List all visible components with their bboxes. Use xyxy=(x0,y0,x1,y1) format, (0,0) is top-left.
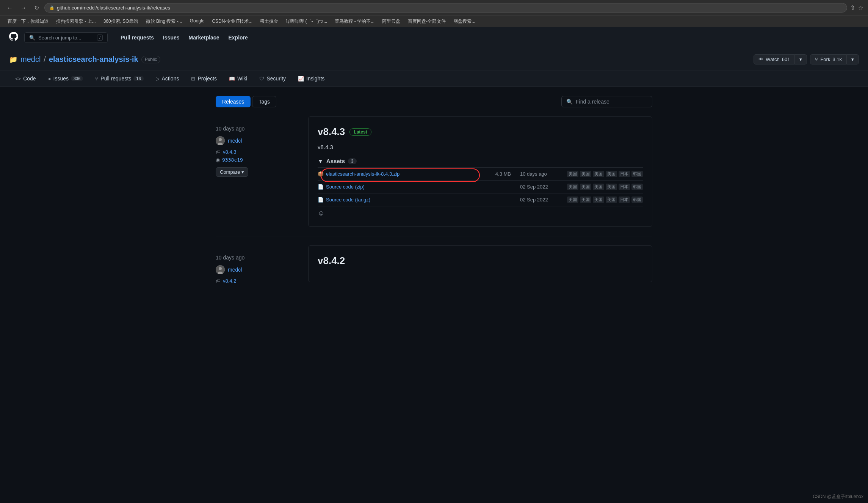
watch-dropdown[interactable]: ▾ xyxy=(795,54,807,64)
bookmark-10[interactable]: 百度网盘-全部文件 xyxy=(405,17,449,25)
tab-releases[interactable]: Releases xyxy=(216,96,251,107)
repo-owner[interactable]: medcl xyxy=(20,55,41,64)
back-button[interactable]: ← xyxy=(5,4,15,12)
github-logo[interactable] xyxy=(9,32,18,43)
github-header: 🔍 Search or jump to... / Pull requests I… xyxy=(0,27,868,48)
mirror-kr-2[interactable]: 韩国 xyxy=(631,184,643,190)
refresh-button[interactable]: ↻ xyxy=(32,3,41,12)
bookmark-5[interactable]: CSDN-专业IT技术... xyxy=(209,17,255,25)
fork-button[interactable]: ⑂ Fork 3.1k xyxy=(810,54,847,64)
release-version-1[interactable]: v8.4.3 xyxy=(318,126,345,138)
tab-actions[interactable]: ▷ Actions xyxy=(150,71,185,87)
mirror-jp-1[interactable]: 日本 xyxy=(619,171,630,177)
nav-pull-requests[interactable]: Pull requests xyxy=(117,32,158,43)
mirror-jp-2[interactable]: 日本 xyxy=(619,184,630,190)
repo-name[interactable]: elasticsearch-analysis-ik xyxy=(49,55,138,64)
mirror-us-11[interactable]: 美国 xyxy=(593,196,604,203)
assets-toggle-1[interactable]: ▼ Assets 3 xyxy=(318,158,643,164)
asset-mirrors-3: 美国 美国 美国 美国 日本 韩国 xyxy=(567,196,643,203)
mirror-us-4[interactable]: 美国 xyxy=(606,171,617,177)
asset-file-2[interactable]: 📄 Source code (zip) xyxy=(318,184,484,190)
mirror-us-1[interactable]: 美国 xyxy=(567,171,578,177)
release-author-1[interactable]: medcl xyxy=(216,136,293,145)
repo-title: 📁 medcl / elasticsearch-analysis-ik Publ… xyxy=(9,55,160,64)
zip-icon: 📦 xyxy=(318,171,324,177)
bookmark-7[interactable]: 哔哩哔哩 (゜-゜)つ... xyxy=(283,17,330,25)
projects-icon: ⊞ xyxy=(191,76,195,82)
releases-divider xyxy=(216,236,652,236)
mirror-us-5[interactable]: 美国 xyxy=(567,184,578,190)
nav-marketplace[interactable]: Marketplace xyxy=(185,32,223,43)
tab-tags[interactable]: Tags xyxy=(252,96,276,107)
emoji-button-1[interactable]: ☺ xyxy=(318,209,643,217)
watch-button[interactable]: 👁 Watch 601 xyxy=(754,54,795,64)
assets-table-1: 📦 elasticsearch-analysis-ik-8.4.3.zip 4.… xyxy=(318,167,643,206)
pr-icon: ⑂ xyxy=(95,76,98,82)
assets-count-1: 3 xyxy=(348,158,357,164)
asset-date-3: 02 Sep 2022 xyxy=(520,197,558,203)
find-release-input[interactable]: 🔍 Find a release xyxy=(561,96,652,107)
tab-pull-requests[interactable]: ⑂ Pull requests 16 xyxy=(89,71,149,87)
share-icon[interactable]: ⇧ xyxy=(850,4,855,11)
footer-credit: CSDN @蓝盒子itbluebox xyxy=(813,494,863,500)
release-tag-2[interactable]: v8.4.2 xyxy=(223,278,236,284)
mirror-us-7[interactable]: 美国 xyxy=(593,184,604,190)
release-row-2: 10 days ago medcl 🏷 v8.4.2 v8.4.2 xyxy=(216,245,652,291)
asset-file-1[interactable]: 📦 elasticsearch-analysis-ik-8.4.3.zip xyxy=(318,171,484,177)
eye-icon: 👁 xyxy=(758,57,763,62)
fork-dropdown[interactable]: ▾ xyxy=(847,54,859,64)
mirror-us-9[interactable]: 美国 xyxy=(567,196,578,203)
search-placeholder: Search or jump to... xyxy=(38,35,81,41)
forward-button[interactable]: → xyxy=(18,4,29,12)
tag-icon: 🏷 xyxy=(216,149,221,155)
bookmark-icon[interactable]: ☆ xyxy=(858,4,863,11)
search-input[interactable]: 🔍 Search or jump to... / xyxy=(24,32,108,43)
code-icon: <> xyxy=(15,76,21,82)
src-icon-2: 📄 xyxy=(318,197,324,203)
bookmark-11[interactable]: 网盘搜索... xyxy=(450,17,478,25)
bookmark-0[interactable]: 百度一下，你就知道 xyxy=(5,17,52,25)
tab-projects[interactable]: ⊞ Projects xyxy=(185,71,223,87)
release-tag-1[interactable]: v8.4.3 xyxy=(223,149,236,155)
asset-file-3[interactable]: 📄 Source code (tar.gz) xyxy=(318,197,484,203)
release-version-2[interactable]: v8.4.2 xyxy=(318,255,345,267)
watch-btn-group: 👁 Watch 601 ▾ xyxy=(754,54,807,64)
bookmark-8[interactable]: 菜鸟教程 - 学的不... xyxy=(332,17,378,25)
compare-button-1[interactable]: Compare ▾ xyxy=(216,167,248,177)
mirror-kr-1[interactable]: 韩国 xyxy=(631,171,643,177)
assets-section-1: ▼ Assets 3 📦 elasticsearch-analysis-ik-8… xyxy=(318,158,643,217)
bookmark-9[interactable]: 阿里云盘 xyxy=(379,17,403,25)
nav-issues[interactable]: Issues xyxy=(159,32,183,43)
release-sidebar-1: 10 days ago medcl 🏷 v8.4.3 ◉ 9338c19 xyxy=(216,116,299,236)
security-icon: 🛡 xyxy=(259,76,264,82)
mirror-us-8[interactable]: 美国 xyxy=(606,184,617,190)
fork-icon: ⑂ xyxy=(815,57,818,62)
asset-size-1: 4.3 MB xyxy=(484,171,511,177)
release-card-header-1: v8.4.3 Latest xyxy=(318,126,643,138)
mirror-us-12[interactable]: 美国 xyxy=(606,196,617,203)
tab-issues[interactable]: ● Issues 336 xyxy=(42,71,89,87)
mirror-us-2[interactable]: 美国 xyxy=(580,171,591,177)
mirror-us-10[interactable]: 美国 xyxy=(580,196,591,203)
bookmark-4[interactable]: Google xyxy=(187,17,208,25)
tab-insights[interactable]: 📈 Insights xyxy=(292,71,331,87)
tab-security[interactable]: 🛡 Security xyxy=(253,71,292,87)
url-bar[interactable]: 🔒 github.com/medcl/elasticsearch-analysi… xyxy=(44,3,847,13)
bookmark-1[interactable]: 搜狗搜索引擎 - 上... xyxy=(53,17,99,25)
tab-wiki[interactable]: 📖 Wiki xyxy=(223,71,253,87)
insights-icon: 📈 xyxy=(298,76,304,82)
mirror-jp-3[interactable]: 日本 xyxy=(619,196,630,203)
tab-code[interactable]: <> Code xyxy=(9,71,42,87)
mirror-kr-3[interactable]: 韩国 xyxy=(631,196,643,203)
release-commit-1[interactable]: 9338c19 xyxy=(222,157,243,163)
bookmark-3[interactable]: 微软 Bing 搜索 -... xyxy=(143,17,185,25)
release-author-2[interactable]: medcl xyxy=(216,265,293,274)
svg-point-4 xyxy=(219,267,222,270)
bookmark-6[interactable]: 稀土掘金 xyxy=(257,17,281,25)
repo-visibility-badge: Public xyxy=(141,56,161,63)
mirror-us-3[interactable]: 美国 xyxy=(593,171,604,177)
mirror-us-6[interactable]: 美国 xyxy=(580,184,591,190)
nav-explore[interactable]: Explore xyxy=(224,32,251,43)
bookmark-2[interactable]: 360搜索, SO靠谱 xyxy=(100,17,141,25)
assets-label: Assets xyxy=(326,158,345,164)
